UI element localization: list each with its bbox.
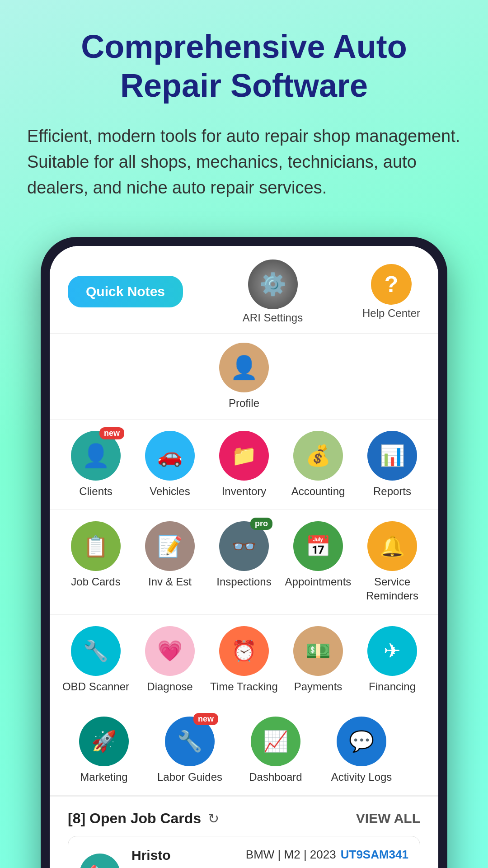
ari-settings-icon: ⚙️ bbox=[248, 259, 298, 309]
appointments-item[interactable]: 📅 Appointments bbox=[282, 521, 354, 589]
service-reminders-icon: 🔔 bbox=[367, 521, 417, 571]
page-title: Comprehensive Auto Repair Software bbox=[27, 27, 461, 105]
financing-label: Financing bbox=[369, 679, 416, 693]
gear-icon: ⚙️ bbox=[259, 272, 286, 297]
job-cards-icon: 📋 bbox=[71, 521, 121, 571]
open-jobs-header: [8] Open Job Cards ↻ VIEW ALL bbox=[68, 810, 420, 827]
job-card-vehicle: BMW | M2 | 2023 bbox=[246, 848, 336, 862]
dashboard-item[interactable]: 📈 Dashboard bbox=[239, 717, 312, 784]
job-card[interactable]: ✏️ Hristo BMW | M2 | 2023 UT9SAM341 Invo… bbox=[68, 836, 420, 868]
obd-scanner-item[interactable]: 🔧 OBD Scanner bbox=[60, 626, 132, 693]
job-cards-item[interactable]: 📋 Job Cards bbox=[60, 521, 132, 589]
inspections-pro-badge: pro bbox=[250, 518, 272, 530]
header-section: Comprehensive Auto Repair Software Effic… bbox=[0, 0, 488, 237]
subtitle: Efficient, modern tools for auto repair … bbox=[27, 123, 461, 201]
inventory-label: Inventory bbox=[222, 484, 267, 498]
top-bar: Quick Notes ⚙️ ARI Settings ? Help Cente… bbox=[50, 246, 438, 334]
activity-logs-item[interactable]: 💬 Activity Logs bbox=[325, 717, 398, 784]
vehicles-item[interactable]: 🚗 Vehicles bbox=[134, 431, 206, 498]
job-card-plate: UT9SAM341 bbox=[341, 848, 408, 862]
help-center-item[interactable]: ? Help Center bbox=[362, 264, 420, 320]
marketing-label: Marketing bbox=[80, 770, 127, 784]
service-reminders-item[interactable]: 🔔 Service Reminders bbox=[356, 521, 428, 603]
job-cards-label: Job Cards bbox=[71, 575, 120, 589]
clients-icon: 👤 new bbox=[71, 431, 121, 481]
financing-icon: ✈ bbox=[367, 626, 417, 676]
help-center-label: Help Center bbox=[362, 307, 420, 320]
job-vehicle-plate: BMW | M2 | 2023 UT9SAM341 bbox=[246, 848, 408, 862]
profile-row: 👤 Profile bbox=[50, 334, 438, 420]
inv-est-item[interactable]: 📝 Inv & Est bbox=[134, 521, 206, 589]
inventory-item[interactable]: 📁 Inventory bbox=[208, 431, 280, 498]
activity-logs-icon: 💬 bbox=[337, 717, 386, 766]
profile-icon: 👤 bbox=[219, 343, 269, 392]
obd-scanner-label: OBD Scanner bbox=[62, 679, 129, 693]
job-card-details: Hristo BMW | M2 | 2023 UT9SAM341 Invoice… bbox=[131, 848, 408, 868]
phone-inner: Quick Notes ⚙️ ARI Settings ? Help Cente… bbox=[50, 246, 438, 868]
diagnose-label: Diagnose bbox=[147, 679, 192, 693]
dashboard-icon: 📈 bbox=[251, 717, 300, 766]
quick-notes-button[interactable]: Quick Notes bbox=[68, 276, 183, 307]
payments-item[interactable]: 💵 Payments bbox=[282, 626, 354, 693]
appointments-label: Appointments bbox=[285, 575, 352, 589]
vehicles-label: Vehicles bbox=[150, 484, 190, 498]
job-card-top-row: Hristo BMW | M2 | 2023 UT9SAM341 bbox=[131, 848, 408, 863]
open-jobs-section: [8] Open Job Cards ↻ VIEW ALL ✏️ Hristo … bbox=[50, 796, 438, 868]
grid-row-4: 🚀 Marketing 🔧 new Labor Guides 📈 Dashboa bbox=[50, 705, 438, 796]
accounting-item[interactable]: 💰 Accounting bbox=[282, 431, 354, 498]
marketing-icon: 🚀 bbox=[79, 717, 129, 766]
open-jobs-title: [8] Open Job Cards bbox=[68, 810, 201, 827]
open-jobs-left: [8] Open Job Cards ↻ bbox=[68, 810, 219, 827]
inv-est-icon: 📝 bbox=[145, 521, 195, 571]
inv-est-label: Inv & Est bbox=[148, 575, 192, 589]
view-all-button[interactable]: VIEW ALL bbox=[356, 811, 420, 826]
clients-new-badge: new bbox=[99, 427, 124, 439]
labor-guides-item[interactable]: 🔧 new Labor Guides bbox=[154, 717, 226, 784]
financing-item[interactable]: ✈ Financing bbox=[356, 626, 428, 693]
app-content: Quick Notes ⚙️ ARI Settings ? Help Cente… bbox=[50, 246, 438, 868]
accounting-icon: 💰 bbox=[293, 431, 343, 481]
obd-scanner-icon: 🔧 bbox=[71, 626, 121, 676]
clients-item[interactable]: 👤 new Clients bbox=[60, 431, 132, 498]
profile-item[interactable]: 👤 Profile bbox=[208, 343, 280, 410]
service-reminders-label: Service Reminders bbox=[356, 575, 428, 603]
labor-guides-icon: 🔧 new bbox=[165, 717, 215, 766]
payments-icon: 💵 bbox=[293, 626, 343, 676]
reports-icon: 📊 bbox=[367, 431, 417, 481]
diagnose-icon: 💗 bbox=[145, 626, 195, 676]
reports-label: Reports bbox=[373, 484, 411, 498]
inspections-item[interactable]: 👓 pro Inspections bbox=[208, 521, 280, 589]
reports-item[interactable]: 📊 Reports bbox=[356, 431, 428, 498]
time-tracking-item[interactable]: ⏰ Time Tracking bbox=[208, 626, 280, 693]
ari-settings-label: ARI Settings bbox=[243, 311, 303, 324]
grid-row-3: 🔧 OBD Scanner 💗 Diagnose ⏰ Time Tracking bbox=[50, 615, 438, 705]
diagnose-item[interactable]: 💗 Diagnose bbox=[134, 626, 206, 693]
inspections-label: Inspections bbox=[216, 575, 271, 589]
vehicles-icon: 🚗 bbox=[145, 431, 195, 481]
dashboard-label: Dashboard bbox=[249, 770, 302, 784]
activity-logs-label: Activity Logs bbox=[331, 770, 392, 784]
accounting-label: Accounting bbox=[291, 484, 345, 498]
ari-settings-item[interactable]: ⚙️ ARI Settings bbox=[243, 259, 303, 324]
help-icon: ? bbox=[371, 264, 412, 305]
inspections-icon: 👓 pro bbox=[219, 521, 269, 571]
clients-label: Clients bbox=[79, 484, 112, 498]
grid-row-2: 📋 Job Cards 📝 Inv & Est 👓 pro Inspection bbox=[50, 510, 438, 614]
time-tracking-label: Time Tracking bbox=[210, 679, 278, 693]
inventory-icon: 📁 bbox=[219, 431, 269, 481]
job-card-name: Hristo bbox=[131, 848, 171, 863]
refresh-icon[interactable]: ↻ bbox=[208, 811, 219, 826]
time-tracking-icon: ⏰ bbox=[219, 626, 269, 676]
profile-label: Profile bbox=[229, 396, 259, 410]
marketing-item[interactable]: 🚀 Marketing bbox=[68, 717, 140, 784]
payments-label: Payments bbox=[294, 679, 343, 693]
labor-guides-label: Labor Guides bbox=[157, 770, 222, 784]
phone-frame: Quick Notes ⚙️ ARI Settings ? Help Cente… bbox=[41, 237, 447, 868]
job-card-icon: ✏️ bbox=[80, 854, 120, 868]
labor-guides-new-badge: new bbox=[193, 713, 218, 725]
appointments-icon: 📅 bbox=[293, 521, 343, 571]
grid-row-1: 👤 new Clients 🚗 Vehicles 📁 Inventory bbox=[50, 420, 438, 510]
